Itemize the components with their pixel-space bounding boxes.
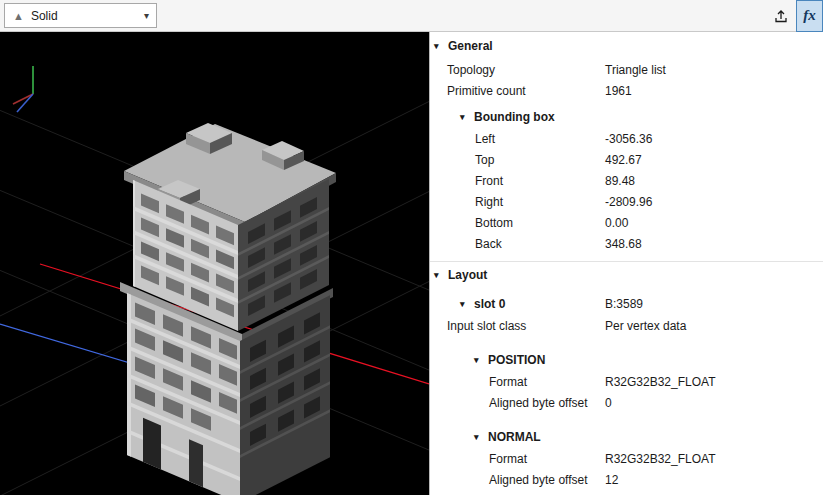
section-normal[interactable]: ▾ NORMAL — [430, 425, 823, 448]
property-row: Format R32G32B32_FLOAT — [430, 448, 823, 469]
graphics-analyzer-window: ▲ Solid ▾ fx — [0, 0, 823, 495]
export-icon — [773, 8, 789, 24]
property-value: -3056.36 — [605, 132, 652, 146]
property-value: Triangle list — [605, 63, 666, 77]
property-row: Front 89.48 — [430, 170, 823, 191]
property-value: R32G32B32_FLOAT — [605, 375, 716, 389]
property-row: Left -3056.36 — [430, 128, 823, 149]
property-row: Primitive count 1961 — [430, 80, 823, 101]
property-label: Top — [475, 153, 494, 167]
property-label: Front — [475, 174, 503, 188]
main-content: ▾ General Topology Triangle list Primiti… — [0, 32, 823, 495]
property-label: Format — [489, 452, 527, 466]
property-row: Bottom 0.00 — [430, 212, 823, 233]
solid-mode-icon: ▲ — [13, 10, 24, 22]
render-mode-value: Solid — [31, 9, 144, 23]
collapse-icon[interactable]: ▾ — [460, 112, 474, 122]
property-value: 0 — [605, 396, 612, 410]
property-row: Topology Triangle list — [430, 59, 823, 80]
property-label: Bottom — [475, 216, 513, 230]
section-position[interactable]: ▾ POSITION — [430, 348, 823, 371]
property-label: Primitive count — [447, 84, 526, 98]
render-mode-dropdown[interactable]: ▲ Solid ▾ — [4, 3, 157, 28]
property-value: R32G32B32_FLOAT — [605, 452, 716, 466]
property-value: B:3589 — [605, 297, 643, 311]
property-value: 348.68 — [605, 237, 642, 251]
collapse-icon[interactable]: ▾ — [460, 299, 474, 309]
toolbar: ▲ Solid ▾ fx — [0, 0, 823, 32]
property-label: Back — [475, 237, 502, 251]
section-general[interactable]: ▾ General — [430, 32, 823, 59]
section-title: POSITION — [488, 353, 545, 367]
building-mesh — [120, 123, 336, 495]
property-label: Format — [489, 375, 527, 389]
section-slot-0[interactable]: ▾ slot 0 B:3589 — [430, 292, 823, 315]
property-value: 492.67 — [605, 153, 642, 167]
collapse-icon[interactable]: ▾ — [434, 270, 448, 280]
section-bounding-box[interactable]: ▾ Bounding box — [430, 105, 823, 128]
export-button[interactable] — [766, 0, 796, 32]
property-label: Left — [475, 132, 495, 146]
property-row: Input slot class Per vertex data — [430, 315, 823, 336]
property-label: Topology — [447, 63, 495, 77]
chevron-down-icon: ▾ — [144, 10, 149, 21]
fx-button[interactable]: fx — [796, 0, 823, 32]
property-value: Per vertex data — [605, 319, 686, 333]
property-value: 0.00 — [605, 216, 628, 230]
section-title: Bounding box — [474, 110, 555, 124]
property-row: Top 492.67 — [430, 149, 823, 170]
property-value: -2809.96 — [605, 195, 652, 209]
3d-viewport[interactable] — [0, 32, 429, 495]
section-layout[interactable]: ▾ Layout — [430, 261, 823, 288]
toolbar-right: fx — [766, 0, 823, 32]
property-value: 12 — [605, 473, 618, 487]
property-row: Back 348.68 — [430, 233, 823, 254]
section-title: General — [448, 39, 493, 53]
property-row: Right -2809.96 — [430, 191, 823, 212]
property-label: Aligned byte offset — [489, 473, 588, 487]
mesh-preview — [0, 32, 429, 495]
property-label: Right — [475, 195, 503, 209]
property-row: Format R32G32B32_FLOAT — [430, 371, 823, 392]
collapse-icon[interactable]: ▾ — [474, 355, 488, 365]
property-label: Aligned byte offset — [489, 396, 588, 410]
property-row: Aligned byte offset 0 — [430, 392, 823, 413]
property-value: 89.48 — [605, 174, 635, 188]
property-row: Aligned byte offset 12 — [430, 469, 823, 490]
collapse-icon[interactable]: ▾ — [474, 432, 488, 442]
properties-panel: ▾ General Topology Triangle list Primiti… — [429, 32, 823, 495]
section-title: Layout — [448, 268, 487, 282]
property-value: 1961 — [605, 84, 632, 98]
property-label: Input slot class — [447, 319, 526, 333]
section-title: NORMAL — [488, 430, 541, 444]
section-title: slot 0 — [474, 297, 505, 311]
collapse-icon[interactable]: ▾ — [434, 41, 448, 51]
